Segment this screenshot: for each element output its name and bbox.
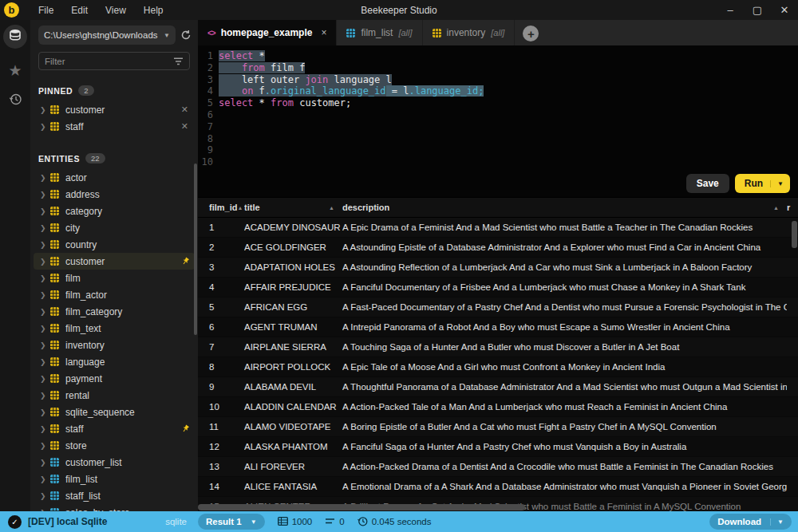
table-row[interactable]: 6AGENT TRUMANA Intrepid Panorama of a Ro… bbox=[198, 317, 798, 337]
chevron-right-icon[interactable]: ❯ bbox=[40, 375, 50, 383]
result-selector[interactable]: Result 1 ▼ bbox=[198, 514, 265, 530]
table-row[interactable]: 4AFFAIR PREJUDICEA Fanciful Documentary … bbox=[198, 278, 798, 298]
connection-selector[interactable]: C:\Users\ghstng\Downloads ▼ bbox=[38, 26, 176, 45]
chevron-right-icon[interactable]: ❯ bbox=[40, 341, 50, 349]
history-nav-button[interactable] bbox=[9, 93, 22, 109]
menu-list: FileEditViewHelp bbox=[30, 2, 172, 18]
filter-input[interactable] bbox=[45, 57, 173, 66]
column-header-film-id[interactable]: film_id ▲ bbox=[198, 203, 244, 212]
pinned-item-staff[interactable]: ❯staff✕ bbox=[30, 118, 198, 135]
chevron-right-icon[interactable]: ❯ bbox=[40, 325, 50, 333]
column-header-title[interactable]: title ▲ bbox=[244, 203, 342, 212]
pinned-item-customer[interactable]: ❯customer✕ bbox=[30, 101, 198, 118]
chevron-right-icon[interactable]: ❯ bbox=[40, 358, 50, 366]
item-label: sales_by_store bbox=[65, 507, 190, 512]
entity-item-store[interactable]: ❯store bbox=[30, 437, 198, 454]
tab-homepage_example[interactable]: <>homepage_example× bbox=[198, 20, 337, 45]
tables-nav-button[interactable] bbox=[3, 25, 27, 49]
entity-item-film_text[interactable]: ❯film_text bbox=[30, 320, 198, 337]
maximize-button[interactable]: ▢ bbox=[744, 0, 771, 20]
chevron-right-icon[interactable]: ❯ bbox=[40, 425, 50, 433]
minimize-button[interactable]: – bbox=[717, 0, 744, 20]
chevron-right-icon[interactable]: ❯ bbox=[40, 174, 50, 182]
table-row[interactable]: 12ALASKA PHANTOMA Fanciful Saga of a Hun… bbox=[198, 437, 798, 457]
column-header-partial[interactable]: r bbox=[787, 203, 798, 212]
close-button[interactable]: ✕ bbox=[771, 0, 798, 20]
chevron-right-icon[interactable]: ❯ bbox=[40, 191, 50, 199]
unpin-close-icon[interactable]: ✕ bbox=[180, 121, 190, 132]
entity-item-film_category[interactable]: ❯film_category bbox=[30, 303, 198, 320]
entity-item-film_actor[interactable]: ❯film_actor bbox=[30, 286, 198, 303]
entity-item-payment[interactable]: ❯payment bbox=[30, 370, 198, 387]
chevron-right-icon[interactable]: ❯ bbox=[40, 123, 50, 131]
chevron-right-icon[interactable]: ❯ bbox=[40, 408, 50, 416]
table-row[interactable]: 2ACE GOLDFINGERA Astounding Epistle of a… bbox=[198, 238, 798, 258]
chevron-right-icon[interactable]: ❯ bbox=[40, 475, 50, 483]
entity-item-actor[interactable]: ❯actor bbox=[30, 169, 198, 186]
entity-item-country[interactable]: ❯country bbox=[30, 236, 198, 253]
pinned-section-header[interactable]: PINNED 2 bbox=[30, 85, 198, 96]
entity-item-inventory[interactable]: ❯inventory bbox=[30, 337, 198, 353]
entity-item-sqlite_sequence[interactable]: ❯sqlite_sequence bbox=[30, 404, 198, 420]
chevron-right-icon[interactable]: ❯ bbox=[40, 207, 50, 215]
favorites-nav-button[interactable]: ★ bbox=[8, 63, 22, 78]
sidebar-scrollbar[interactable] bbox=[194, 164, 197, 335]
entity-item-customer_list[interactable]: ❯customer_list bbox=[30, 454, 198, 471]
chevron-right-icon[interactable]: ❯ bbox=[40, 459, 50, 467]
chevron-right-icon[interactable]: ❯ bbox=[40, 492, 50, 500]
table-row[interactable]: 3ADAPTATION HOLESA Astounding Reflection… bbox=[198, 258, 798, 278]
new-tab-button[interactable]: + bbox=[523, 26, 539, 41]
table-row[interactable]: 13ALI FOREVERA Action-Packed Drama of a … bbox=[198, 457, 798, 477]
run-button[interactable]: Run ▼ bbox=[735, 174, 790, 193]
run-options-caret-icon[interactable]: ▼ bbox=[770, 180, 790, 187]
chevron-right-icon[interactable]: ❯ bbox=[40, 392, 50, 400]
table-row[interactable]: 5AFRICAN EGGA Fast-Paced Documentary of … bbox=[198, 298, 798, 317]
tab-film_list[interactable]: film_list[all] bbox=[337, 20, 422, 45]
entities-section-header[interactable]: ENTITIES 22 bbox=[30, 153, 198, 164]
table-row[interactable]: 8AIRPORT POLLOCKA Epic Tale of a Moose A… bbox=[198, 357, 798, 377]
results-horizontal-scrollbar[interactable] bbox=[198, 504, 525, 510]
tab-bar: <>homepage_example×film_list[all]invento… bbox=[198, 20, 798, 45]
close-tab-icon[interactable]: × bbox=[321, 27, 326, 38]
table-row[interactable]: 11ALAMO VIDEOTAPEA Boring Epistle of a B… bbox=[198, 417, 798, 437]
refresh-button[interactable] bbox=[180, 30, 192, 41]
view-table-icon bbox=[50, 508, 59, 511]
unpin-close-icon[interactable]: ✕ bbox=[180, 104, 190, 115]
entity-item-city[interactable]: ❯city bbox=[30, 219, 198, 236]
sort-asc-icon: ▲ bbox=[773, 205, 779, 211]
chevron-right-icon[interactable]: ❯ bbox=[40, 258, 50, 266]
chevron-right-icon[interactable]: ❯ bbox=[40, 106, 50, 114]
sql-editor[interactable]: 1select *2 from film f3 left outer join … bbox=[198, 45, 798, 197]
chevron-right-icon[interactable]: ❯ bbox=[40, 291, 50, 299]
entity-item-rental[interactable]: ❯rental bbox=[30, 387, 198, 404]
entity-item-customer[interactable]: ❯customer bbox=[34, 253, 195, 270]
table-row[interactable]: 1ACADEMY DINOSAURA Epic Drama of a Femin… bbox=[198, 218, 798, 238]
entity-item-address[interactable]: ❯address bbox=[30, 186, 198, 203]
entity-item-sales_by_store[interactable]: ❯sales_by_store bbox=[30, 504, 198, 511]
chevron-right-icon[interactable]: ❯ bbox=[40, 241, 50, 249]
tab-inventory[interactable]: inventory[all] bbox=[423, 20, 516, 45]
entity-item-category[interactable]: ❯category bbox=[30, 203, 198, 219]
entity-item-staff_list[interactable]: ❯staff_list bbox=[30, 487, 198, 504]
table-row[interactable]: 14ALICE FANTASIAA Emotional Drama of a A… bbox=[198, 477, 798, 497]
chevron-right-icon[interactable]: ❯ bbox=[40, 224, 50, 232]
chevron-right-icon[interactable]: ❯ bbox=[40, 442, 50, 450]
entity-item-staff[interactable]: ❯staff bbox=[30, 420, 198, 437]
menu-file[interactable]: File bbox=[30, 2, 61, 18]
table-row[interactable]: 9ALABAMA DEVILA Thoughtful Panorama of a… bbox=[198, 377, 798, 397]
download-button[interactable]: Download ▼ bbox=[709, 514, 792, 530]
table-row[interactable]: 10ALADDIN CALENDARA Action-Packed Tale o… bbox=[198, 397, 798, 417]
chevron-right-icon[interactable]: ❯ bbox=[40, 274, 50, 282]
menu-view[interactable]: View bbox=[97, 2, 134, 18]
entity-item-film[interactable]: ❯film bbox=[30, 270, 198, 286]
column-header-description[interactable]: description ▲ bbox=[342, 203, 787, 212]
menu-help[interactable]: Help bbox=[136, 2, 172, 18]
menu-edit[interactable]: Edit bbox=[63, 2, 96, 18]
chevron-right-icon[interactable]: ❯ bbox=[40, 509, 50, 512]
entity-item-language[interactable]: ❯language bbox=[30, 353, 198, 370]
save-button[interactable]: Save bbox=[686, 174, 729, 193]
results-vertical-scrollbar[interactable] bbox=[792, 221, 797, 248]
entity-item-film_list[interactable]: ❯film_list bbox=[30, 471, 198, 487]
table-row[interactable]: 7AIRPLANE SIERRAA Touching Saga of a Hun… bbox=[198, 337, 798, 357]
chevron-right-icon[interactable]: ❯ bbox=[40, 308, 50, 316]
